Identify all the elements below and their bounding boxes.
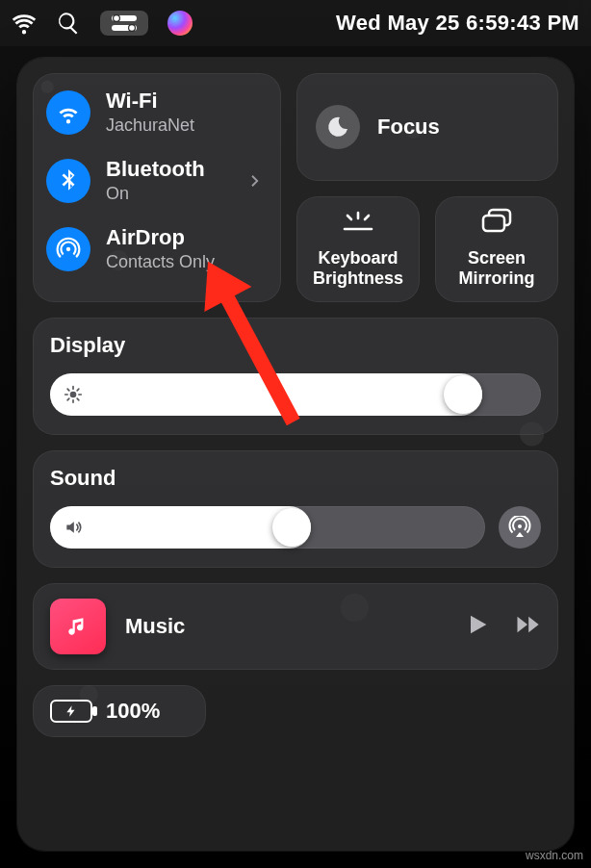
wifi-toggle[interactable]: Wi-Fi JachuraNet: [46, 89, 268, 136]
wifi-title: Wi-Fi: [106, 89, 194, 114]
connectivity-card: Wi-Fi JachuraNet Bluetooth On: [33, 73, 281, 302]
sound-heading: Sound: [50, 466, 541, 491]
speaker-icon: [64, 518, 83, 537]
battery-charging-icon: [50, 700, 92, 723]
wifi-menubar-icon[interactable]: [12, 11, 37, 36]
screen-mirroring-label: Screen Mirroring: [441, 248, 552, 289]
brightness-icon: [64, 385, 83, 404]
airdrop-status: Contacts Only: [106, 252, 215, 272]
siri-icon[interactable]: [167, 11, 193, 36]
svg-line-21: [77, 389, 79, 391]
moon-icon: [316, 105, 360, 149]
now-playing-title: Music: [125, 614, 185, 639]
control-center-panel: Wi-Fi JachuraNet Bluetooth On: [17, 58, 574, 851]
svg-line-19: [77, 398, 79, 400]
control-center-menubar-icon[interactable]: [100, 11, 148, 36]
focus-toggle[interactable]: Focus: [296, 73, 558, 181]
airdrop-title: AirDrop: [106, 225, 215, 250]
watermark: wsxdn.com: [526, 849, 583, 862]
svg-point-13: [70, 392, 77, 398]
keyboard-brightness-icon: [341, 204, 375, 239]
battery-status[interactable]: 100%: [33, 685, 206, 737]
chevron-right-icon[interactable]: [246, 172, 264, 190]
now-playing-card[interactable]: Music: [33, 583, 558, 670]
menubar: Wed May 25 6:59:43 PM: [0, 0, 591, 46]
svg-line-8: [347, 216, 351, 219]
svg-line-9: [365, 216, 369, 219]
airdrop-toggle[interactable]: AirDrop Contacts Only: [46, 225, 268, 272]
bluetooth-title: Bluetooth: [106, 157, 205, 182]
bluetooth-toggle[interactable]: Bluetooth On: [46, 157, 268, 204]
music-app-icon: [50, 599, 106, 654]
airplay-audio-button[interactable]: [499, 506, 541, 549]
airplay-audio-icon: [508, 516, 531, 539]
screen-mirroring-button[interactable]: Screen Mirroring: [435, 196, 558, 302]
svg-line-18: [67, 389, 69, 391]
svg-point-6: [66, 246, 70, 250]
svg-point-5: [129, 25, 135, 31]
airdrop-icon: [46, 227, 90, 271]
bluetooth-status: On: [106, 184, 205, 204]
svg-line-20: [67, 398, 69, 400]
keyboard-brightness-label: Keyboard Brightness: [302, 248, 414, 289]
svg-rect-12: [483, 216, 504, 231]
spotlight-search-icon[interactable]: [56, 11, 81, 36]
wifi-icon: [46, 90, 90, 135]
display-heading: Display: [50, 333, 541, 358]
wifi-status: JachuraNet: [106, 115, 194, 136]
play-button[interactable]: [464, 611, 491, 642]
battery-percentage: 100%: [106, 699, 160, 724]
svg-point-22: [518, 524, 522, 528]
sound-volume-slider[interactable]: [50, 506, 485, 549]
next-button[interactable]: [514, 611, 541, 642]
keyboard-brightness-button[interactable]: Keyboard Brightness: [296, 196, 420, 302]
display-brightness-slider[interactable]: [50, 373, 541, 416]
display-section: Display: [33, 318, 558, 435]
sound-section: Sound: [33, 450, 558, 568]
bluetooth-icon: [46, 159, 90, 203]
menubar-clock[interactable]: Wed May 25 6:59:43 PM: [336, 11, 579, 36]
svg-point-2: [114, 15, 119, 21]
focus-title: Focus: [377, 115, 440, 140]
screen-mirroring-icon: [479, 204, 514, 239]
